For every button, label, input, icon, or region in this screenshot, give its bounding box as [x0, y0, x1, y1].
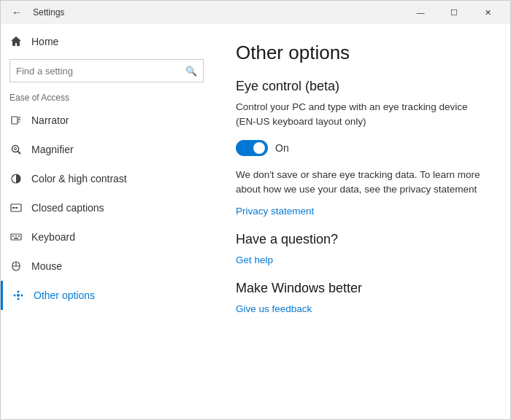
color-contrast-label: Color & high contrast	[31, 173, 127, 184]
magnifier-icon	[9, 143, 23, 156]
sidebar: Home 🔍 Ease of Access Na	[1, 24, 212, 419]
privacy-description: We don't save or share eye tracking data…	[236, 168, 487, 198]
title-bar-left: ← Settings	[7, 2, 404, 23]
maximize-button[interactable]: ☐	[437, 1, 471, 24]
closed-captions-label: Closed captions	[31, 202, 104, 214]
closed-captions-icon	[9, 201, 23, 214]
svg-rect-16	[14, 238, 18, 239]
mouse-label: Mouse	[31, 260, 62, 272]
make-better-heading: Make Windows better	[236, 281, 487, 296]
sidebar-item-mouse[interactable]: Mouse	[1, 252, 212, 281]
other-options-icon	[12, 289, 25, 302]
svg-rect-14	[15, 236, 17, 237]
ease-of-access-label: Ease of Access	[1, 88, 212, 106]
toggle-label: On	[275, 142, 289, 154]
give-feedback-link[interactable]: Give us feedback	[236, 303, 312, 314]
content-area: Home 🔍 Ease of Access Na	[1, 24, 510, 419]
toggle-knob	[253, 142, 265, 154]
narrator-label: Narrator	[31, 114, 69, 126]
sidebar-item-other-options[interactable]: Other options	[1, 281, 212, 310]
svg-line-8	[13, 176, 14, 176]
eye-control-toggle-row: On	[236, 140, 487, 156]
sidebar-item-color-contrast[interactable]: Color & high contrast	[1, 164, 212, 193]
eye-control-description: Control your PC and type with an eye tra…	[236, 100, 487, 130]
mouse-icon	[9, 260, 23, 273]
main-content: Other options Eye control (beta) Control…	[212, 24, 510, 419]
sidebar-item-narrator[interactable]: Narrator	[1, 106, 212, 135]
sidebar-item-keyboard[interactable]: Keyboard	[1, 222, 212, 252]
settings-window: ← Settings — ☐ ✕ Home 🔍	[0, 0, 511, 420]
have-question-heading: Have a question?	[236, 232, 487, 247]
have-question-section: Have a question? Get help	[236, 232, 487, 266]
back-button[interactable]: ←	[7, 2, 27, 23]
svg-point-4	[12, 146, 19, 152]
close-button[interactable]: ✕	[471, 1, 504, 24]
search-icon: 🔍	[185, 66, 197, 77]
svg-point-23	[14, 295, 16, 297]
svg-point-20	[17, 294, 20, 297]
svg-line-6	[18, 152, 21, 155]
keyboard-label: Keyboard	[31, 231, 75, 243]
make-better-section: Make Windows better Give us feedback	[236, 281, 487, 315]
eye-control-heading: Eye control (beta)	[236, 79, 487, 94]
window-controls: — ☐ ✕	[404, 1, 504, 24]
home-icon	[9, 35, 23, 48]
svg-point-5	[15, 148, 17, 150]
search-box[interactable]: 🔍	[9, 59, 204, 82]
svg-rect-13	[12, 236, 14, 237]
keyboard-icon	[9, 230, 23, 244]
svg-rect-0	[12, 117, 18, 124]
svg-rect-11	[15, 207, 18, 209]
page-title: Other options	[236, 42, 487, 64]
home-label: Home	[31, 36, 58, 47]
svg-point-21	[18, 291, 20, 293]
magnifier-label: Magnifier	[31, 144, 74, 155]
title-bar: ← Settings — ☐ ✕	[1, 1, 510, 24]
minimize-button[interactable]: —	[404, 1, 437, 24]
privacy-statement-link[interactable]: Privacy statement	[236, 206, 314, 217]
svg-rect-15	[18, 236, 20, 237]
other-options-label: Other options	[34, 289, 95, 301]
color-contrast-icon	[9, 172, 23, 185]
window-title: Settings	[33, 7, 64, 18]
search-input[interactable]	[16, 66, 185, 77]
svg-point-24	[21, 295, 23, 297]
svg-point-22	[18, 298, 20, 300]
svg-rect-12	[11, 234, 21, 240]
sidebar-item-home[interactable]: Home	[1, 27, 212, 56]
eye-control-toggle[interactable]	[236, 140, 268, 156]
get-help-link[interactable]: Get help	[236, 254, 273, 265]
sidebar-item-magnifier[interactable]: Magnifier	[1, 135, 212, 164]
sidebar-item-closed-captions[interactable]: Closed captions	[1, 193, 212, 222]
svg-rect-10	[12, 207, 15, 209]
narrator-icon	[9, 114, 23, 127]
